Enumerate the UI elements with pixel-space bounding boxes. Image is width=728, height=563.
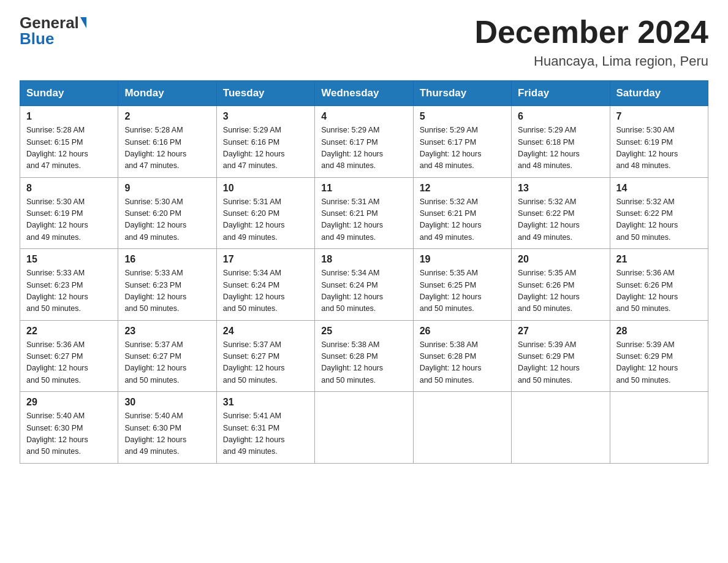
day-number: 13 xyxy=(518,183,603,194)
day-number: 30 xyxy=(124,397,210,408)
week-row-3: 15 Sunrise: 5:33 AM Sunset: 6:23 PM Dayl… xyxy=(20,249,708,321)
day-number: 31 xyxy=(223,397,308,408)
day-number: 24 xyxy=(223,326,308,337)
day-number: 20 xyxy=(518,254,603,265)
day-info: Sunrise: 5:41 AM Sunset: 6:31 PM Dayligh… xyxy=(223,410,308,458)
calendar-cell: 12 Sunrise: 5:32 AM Sunset: 6:21 PM Dayl… xyxy=(413,177,511,249)
day-info: Sunrise: 5:30 AM Sunset: 6:20 PM Dayligh… xyxy=(124,196,210,244)
day-info: Sunrise: 5:36 AM Sunset: 6:27 PM Dayligh… xyxy=(26,339,112,387)
day-info: Sunrise: 5:29 AM Sunset: 6:18 PM Dayligh… xyxy=(518,124,603,172)
logo: General Blue xyxy=(20,15,86,48)
calendar-cell: 5 Sunrise: 5:29 AM Sunset: 6:17 PM Dayli… xyxy=(413,106,511,178)
calendar-cell: 13 Sunrise: 5:32 AM Sunset: 6:22 PM Dayl… xyxy=(512,177,610,249)
calendar-header-row: SundayMondayTuesdayWednesdayThursdayFrid… xyxy=(20,81,708,106)
column-header-friday: Friday xyxy=(512,81,610,106)
day-number: 16 xyxy=(124,254,210,265)
calendar-cell: 30 Sunrise: 5:40 AM Sunset: 6:30 PM Dayl… xyxy=(118,392,216,464)
column-header-tuesday: Tuesday xyxy=(216,81,314,106)
day-info: Sunrise: 5:36 AM Sunset: 6:26 PM Dayligh… xyxy=(616,267,702,315)
calendar-cell xyxy=(610,392,708,464)
calendar-cell: 25 Sunrise: 5:38 AM Sunset: 6:28 PM Dayl… xyxy=(315,320,413,392)
column-header-sunday: Sunday xyxy=(20,81,118,106)
calendar-cell: 31 Sunrise: 5:41 AM Sunset: 6:31 PM Dayl… xyxy=(216,392,314,464)
day-info: Sunrise: 5:32 AM Sunset: 6:21 PM Dayligh… xyxy=(420,196,505,244)
calendar-cell: 19 Sunrise: 5:35 AM Sunset: 6:25 PM Dayl… xyxy=(413,249,511,321)
calendar-title: December 2024 xyxy=(474,15,708,50)
day-info: Sunrise: 5:33 AM Sunset: 6:23 PM Dayligh… xyxy=(26,267,112,315)
day-info: Sunrise: 5:31 AM Sunset: 6:20 PM Dayligh… xyxy=(223,196,308,244)
calendar-cell: 26 Sunrise: 5:38 AM Sunset: 6:28 PM Dayl… xyxy=(413,320,511,392)
day-info: Sunrise: 5:30 AM Sunset: 6:19 PM Dayligh… xyxy=(26,196,112,244)
calendar-cell: 15 Sunrise: 5:33 AM Sunset: 6:23 PM Dayl… xyxy=(20,249,118,321)
day-number: 2 xyxy=(124,111,210,122)
day-info: Sunrise: 5:40 AM Sunset: 6:30 PM Dayligh… xyxy=(124,410,210,458)
logo-general-text: General xyxy=(20,15,79,31)
calendar-cell: 8 Sunrise: 5:30 AM Sunset: 6:19 PM Dayli… xyxy=(20,177,118,249)
day-info: Sunrise: 5:29 AM Sunset: 6:16 PM Dayligh… xyxy=(223,124,308,172)
calendar-subtitle: Huancaya, Lima region, Peru xyxy=(474,53,708,69)
day-number: 27 xyxy=(518,326,603,337)
calendar-cell: 11 Sunrise: 5:31 AM Sunset: 6:21 PM Dayl… xyxy=(315,177,413,249)
day-number: 25 xyxy=(321,326,406,337)
day-number: 1 xyxy=(26,111,112,122)
day-info: Sunrise: 5:40 AM Sunset: 6:30 PM Dayligh… xyxy=(26,410,112,458)
day-info: Sunrise: 5:37 AM Sunset: 6:27 PM Dayligh… xyxy=(223,339,308,387)
day-info: Sunrise: 5:38 AM Sunset: 6:28 PM Dayligh… xyxy=(420,339,505,387)
day-info: Sunrise: 5:39 AM Sunset: 6:29 PM Dayligh… xyxy=(616,339,702,387)
calendar-cell: 6 Sunrise: 5:29 AM Sunset: 6:18 PM Dayli… xyxy=(512,106,610,178)
day-number: 3 xyxy=(223,111,308,122)
day-number: 10 xyxy=(223,183,308,194)
calendar-cell xyxy=(512,392,610,464)
day-number: 4 xyxy=(321,111,406,122)
calendar-table: SundayMondayTuesdayWednesdayThursdayFrid… xyxy=(20,80,708,464)
day-number: 23 xyxy=(124,326,210,337)
column-header-monday: Monday xyxy=(118,81,216,106)
day-info: Sunrise: 5:29 AM Sunset: 6:17 PM Dayligh… xyxy=(420,124,505,172)
calendar-cell: 10 Sunrise: 5:31 AM Sunset: 6:20 PM Dayl… xyxy=(216,177,314,249)
day-info: Sunrise: 5:28 AM Sunset: 6:15 PM Dayligh… xyxy=(26,124,112,172)
day-number: 6 xyxy=(518,111,603,122)
calendar-cell: 1 Sunrise: 5:28 AM Sunset: 6:15 PM Dayli… xyxy=(20,106,118,178)
day-info: Sunrise: 5:35 AM Sunset: 6:26 PM Dayligh… xyxy=(518,267,603,315)
calendar-cell: 21 Sunrise: 5:36 AM Sunset: 6:26 PM Dayl… xyxy=(610,249,708,321)
calendar-cell: 29 Sunrise: 5:40 AM Sunset: 6:30 PM Dayl… xyxy=(20,392,118,464)
day-number: 15 xyxy=(26,254,112,265)
day-info: Sunrise: 5:34 AM Sunset: 6:24 PM Dayligh… xyxy=(223,267,308,315)
day-info: Sunrise: 5:32 AM Sunset: 6:22 PM Dayligh… xyxy=(616,196,702,244)
calendar-cell: 7 Sunrise: 5:30 AM Sunset: 6:19 PM Dayli… xyxy=(610,106,708,178)
column-header-wednesday: Wednesday xyxy=(315,81,413,106)
calendar-cell: 27 Sunrise: 5:39 AM Sunset: 6:29 PM Dayl… xyxy=(512,320,610,392)
day-number: 28 xyxy=(616,326,702,337)
day-info: Sunrise: 5:37 AM Sunset: 6:27 PM Dayligh… xyxy=(124,339,210,387)
day-number: 7 xyxy=(616,111,702,122)
column-header-saturday: Saturday xyxy=(610,81,708,106)
day-info: Sunrise: 5:35 AM Sunset: 6:25 PM Dayligh… xyxy=(420,267,505,315)
day-number: 11 xyxy=(321,183,406,194)
calendar-cell xyxy=(315,392,413,464)
calendar-cell: 2 Sunrise: 5:28 AM Sunset: 6:16 PM Dayli… xyxy=(118,106,216,178)
title-area: December 2024 Huancaya, Lima region, Per… xyxy=(474,15,708,69)
week-row-4: 22 Sunrise: 5:36 AM Sunset: 6:27 PM Dayl… xyxy=(20,320,708,392)
calendar-cell: 23 Sunrise: 5:37 AM Sunset: 6:27 PM Dayl… xyxy=(118,320,216,392)
day-number: 22 xyxy=(26,326,112,337)
column-header-thursday: Thursday xyxy=(413,81,511,106)
calendar-cell: 22 Sunrise: 5:36 AM Sunset: 6:27 PM Dayl… xyxy=(20,320,118,392)
week-row-5: 29 Sunrise: 5:40 AM Sunset: 6:30 PM Dayl… xyxy=(20,392,708,464)
day-info: Sunrise: 5:30 AM Sunset: 6:19 PM Dayligh… xyxy=(616,124,702,172)
day-info: Sunrise: 5:34 AM Sunset: 6:24 PM Dayligh… xyxy=(321,267,406,315)
day-number: 12 xyxy=(420,183,505,194)
day-info: Sunrise: 5:31 AM Sunset: 6:21 PM Dayligh… xyxy=(321,196,406,244)
calendar-cell: 18 Sunrise: 5:34 AM Sunset: 6:24 PM Dayl… xyxy=(315,249,413,321)
week-row-2: 8 Sunrise: 5:30 AM Sunset: 6:19 PM Dayli… xyxy=(20,177,708,249)
calendar-cell: 9 Sunrise: 5:30 AM Sunset: 6:20 PM Dayli… xyxy=(118,177,216,249)
day-info: Sunrise: 5:28 AM Sunset: 6:16 PM Dayligh… xyxy=(124,124,210,172)
week-row-1: 1 Sunrise: 5:28 AM Sunset: 6:15 PM Dayli… xyxy=(20,106,708,178)
calendar-cell: 3 Sunrise: 5:29 AM Sunset: 6:16 PM Dayli… xyxy=(216,106,314,178)
logo-triangle-icon xyxy=(80,17,86,28)
day-number: 14 xyxy=(616,183,702,194)
day-number: 5 xyxy=(420,111,505,122)
day-info: Sunrise: 5:33 AM Sunset: 6:23 PM Dayligh… xyxy=(124,267,210,315)
calendar-cell xyxy=(413,392,511,464)
calendar-cell: 28 Sunrise: 5:39 AM Sunset: 6:29 PM Dayl… xyxy=(610,320,708,392)
day-number: 21 xyxy=(616,254,702,265)
